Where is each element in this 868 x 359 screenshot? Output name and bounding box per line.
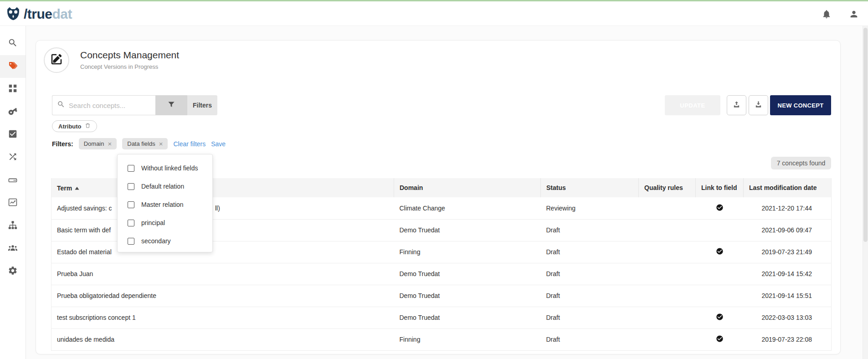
- filter-funnel-button[interactable]: [155, 95, 187, 115]
- update-button[interactable]: UPDATE: [665, 95, 720, 115]
- dropdown-option-principal[interactable]: principal: [118, 214, 212, 232]
- dropdown-option-label: Default relation: [141, 183, 184, 190]
- dropdown-option-without-linked-fields[interactable]: Without linked fields: [118, 159, 212, 177]
- clear-filters-link[interactable]: Clear filters: [173, 140, 205, 148]
- column-header-status[interactable]: Status: [541, 178, 639, 197]
- dropdown-option-master-relation[interactable]: Master relation: [118, 195, 212, 214]
- search-icon: [8, 38, 18, 50]
- filters-button[interactable]: Filters: [187, 95, 217, 115]
- filter-chip-label: Domain: [84, 140, 104, 147]
- last-modification-cell: 2019-07-23 21:49: [744, 241, 832, 263]
- filters-bar-label: Filters:: [52, 140, 73, 148]
- domain-cell: Demo Truedat: [394, 219, 541, 241]
- edit-concept-icon: [50, 52, 63, 68]
- save-filters-link[interactable]: Save: [211, 140, 226, 148]
- sidebar-item-concepts[interactable]: [0, 55, 26, 78]
- status-cell: Draft: [541, 263, 639, 285]
- term-cell: Prueba obligatoriedad dependiente: [51, 285, 394, 307]
- sidebar-item-lineage[interactable]: [0, 146, 26, 169]
- user-profile-icon[interactable]: [849, 9, 859, 19]
- download-button[interactable]: [749, 95, 768, 115]
- new-concept-button-label: NEW CONCEPT: [778, 102, 824, 109]
- trash-icon[interactable]: [85, 123, 91, 130]
- data-fields-filter-dropdown: Without linked fields Default relation M…: [117, 154, 213, 252]
- close-icon[interactable]: ×: [159, 141, 163, 146]
- last-modification-cell: 2021-09-14 15:51: [744, 285, 832, 307]
- last-modification-cell: 2021-12-20 17:44: [744, 197, 832, 219]
- sidebar-item-taxonomy[interactable]: [0, 215, 26, 237]
- dropdown-option-default-relation[interactable]: Default relation: [118, 177, 212, 195]
- logo-text: /truedat: [24, 5, 72, 23]
- table-row[interactable]: test subscriptions concept 1 Demo Trueda…: [51, 307, 832, 328]
- domain-cell: Demo Truedat: [394, 263, 541, 285]
- status-cell: Draft: [541, 307, 639, 328]
- sidebar-item-analytics[interactable]: [0, 192, 26, 215]
- sidebar-item-settings[interactable]: [0, 260, 26, 283]
- topbar: /truedat: [0, 0, 868, 26]
- domain-cell: Finning: [394, 241, 541, 263]
- download-icon: [754, 100, 763, 110]
- column-header-domain[interactable]: Domain: [394, 178, 541, 197]
- domain-cell: Finning: [394, 328, 541, 350]
- domain-cell: Climate Change: [394, 197, 541, 219]
- status-cell: Draft: [541, 219, 639, 241]
- column-header-link-to-field[interactable]: Link to field: [696, 178, 744, 197]
- table-row[interactable]: unidades de medida Finning Draft 2019-07…: [51, 328, 832, 350]
- truedat-logo[interactable]: /truedat: [5, 5, 72, 24]
- table-row[interactable]: Prueba Juan Demo Truedat Draft 2021-09-1…: [51, 263, 832, 285]
- term-cell: Prueba Juan: [51, 263, 394, 285]
- column-header-last-modification-date[interactable]: Last modification date: [744, 178, 832, 197]
- quality-rules-cell: [639, 219, 696, 241]
- upload-button[interactable]: [727, 95, 746, 115]
- grid-icon: [8, 83, 18, 95]
- dropdown-option-label: secondary: [141, 237, 171, 245]
- sidebar-item-dashboards[interactable]: [0, 78, 26, 101]
- checkbox[interactable]: [128, 238, 134, 245]
- upload-icon: [732, 100, 741, 110]
- sidebar-item-search[interactable]: [0, 32, 26, 55]
- chart-line-icon: [8, 197, 18, 209]
- sidebar-item-quality[interactable]: [0, 123, 26, 146]
- check-circle-icon: [716, 249, 724, 256]
- search-input[interactable]: [69, 102, 146, 109]
- funnel-icon: [167, 100, 175, 110]
- filter-chip-data-fields[interactable]: Data fields ×: [122, 138, 168, 149]
- term-cell: unidades de medida: [51, 328, 394, 350]
- domain-cell: Demo Truedat: [394, 307, 541, 328]
- close-icon[interactable]: ×: [108, 141, 112, 146]
- attribute-chip-atributo[interactable]: Atributo: [52, 120, 97, 132]
- checkbox[interactable]: [128, 183, 134, 190]
- link-to-field-cell: [696, 197, 744, 219]
- quality-rules-cell: [639, 285, 696, 307]
- new-concept-button[interactable]: NEW CONCEPT: [770, 95, 831, 115]
- table-row[interactable]: Prueba obligatoriedad dependiente Demo T…: [51, 285, 832, 307]
- sidebar-item-users[interactable]: [0, 237, 26, 260]
- hard-drive-icon: [8, 174, 18, 186]
- dropdown-option-label: principal: [141, 219, 165, 226]
- page-icon-circle: [44, 47, 69, 73]
- filter-chip-label: Data fields: [127, 140, 155, 147]
- link-to-field-cell: [696, 328, 744, 350]
- page-title: Concepts Management: [80, 50, 179, 61]
- dropdown-option-secondary[interactable]: secondary: [118, 232, 212, 250]
- dropdown-option-label: Without linked fields: [141, 164, 198, 172]
- filter-chip-domain[interactable]: Domain ×: [79, 138, 117, 149]
- checkbox[interactable]: [128, 220, 134, 226]
- check-square-icon: [8, 129, 18, 141]
- checkbox[interactable]: [128, 165, 134, 172]
- term-cell: test subscriptions concept 1: [51, 307, 394, 328]
- status-cell: Draft: [541, 328, 639, 350]
- sidebar: [0, 26, 26, 359]
- sidebar-item-data-structures[interactable]: [0, 169, 26, 192]
- notifications-bell-icon[interactable]: [822, 9, 832, 19]
- page-subtitle: Concept Versions in Progress: [80, 63, 158, 70]
- check-circle-icon: [716, 315, 724, 322]
- scrollbar-thumb[interactable]: [863, 28, 868, 242]
- sidebar-item-permissions[interactable]: [0, 101, 26, 123]
- link-to-field-cell: [696, 263, 744, 285]
- column-header-quality-rules[interactable]: Quality rules: [639, 178, 696, 197]
- checkbox[interactable]: [128, 201, 134, 208]
- status-cell: Draft: [541, 285, 639, 307]
- quality-rules-cell: [639, 263, 696, 285]
- column-header-term[interactable]: Term: [51, 178, 394, 197]
